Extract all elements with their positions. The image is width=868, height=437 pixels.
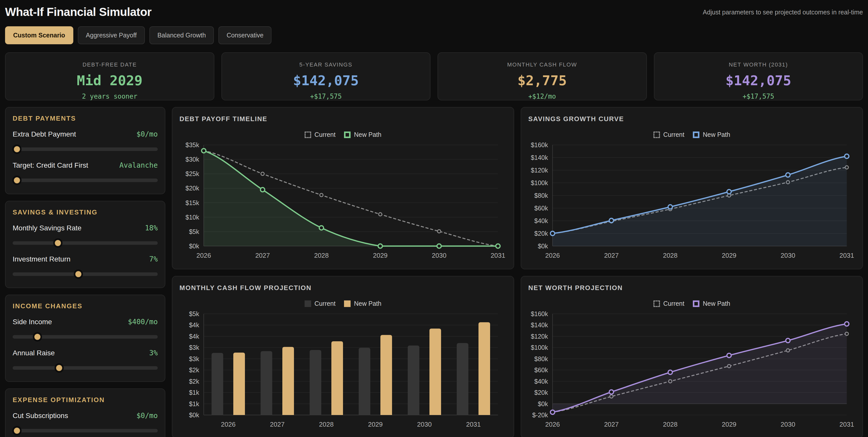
- slider-target-credit-card-first[interactable]: [13, 176, 158, 185]
- control-label: Monthly Savings Rate: [13, 224, 82, 232]
- slider-track[interactable]: [13, 147, 158, 151]
- svg-text:2026: 2026: [545, 252, 560, 259]
- svg-text:$1k: $1k: [189, 400, 199, 407]
- svg-text:$120k: $120k: [531, 167, 548, 174]
- legend-item-current[interactable]: Current: [653, 300, 684, 307]
- stat-label: MONTHLY CASH FLOW: [443, 61, 641, 68]
- slider-thumb[interactable]: [13, 176, 21, 185]
- legend-swatch-new-path-icon: [693, 132, 700, 138]
- control-extra-debt-payment: Extra Debt Payment$0/mo: [13, 130, 158, 138]
- svg-text:$2k: $2k: [189, 378, 199, 385]
- control-investment-return: Investment Return7%: [13, 255, 158, 263]
- legend-item-current[interactable]: Current: [305, 300, 335, 307]
- chart-debt-payoff: DEBT PAYOFF TIMELINECurrentNew Path$0k$5…: [172, 107, 514, 269]
- svg-text:2026: 2026: [196, 252, 211, 259]
- slider-thumb[interactable]: [55, 363, 63, 372]
- svg-text:$20k: $20k: [534, 230, 548, 237]
- chart-title: NET WORTH PROJECTION: [528, 284, 855, 292]
- slider-track[interactable]: [13, 429, 158, 432]
- scenario-tab-balanced-growth[interactable]: Balanced Growth: [149, 26, 214, 44]
- svg-text:2031: 2031: [491, 252, 505, 259]
- svg-text:$100k: $100k: [531, 344, 548, 351]
- legend-label: New Path: [354, 300, 381, 307]
- legend-label: New Path: [703, 131, 730, 138]
- slider-track[interactable]: [13, 179, 158, 182]
- svg-text:$0k: $0k: [189, 242, 199, 250]
- svg-text:$20k: $20k: [186, 185, 199, 192]
- legend-net-worth: CurrentNew Path: [528, 300, 855, 307]
- slider-track[interactable]: [13, 272, 158, 276]
- svg-text:2026: 2026: [545, 420, 560, 428]
- legend-item-new-path[interactable]: New Path: [344, 300, 381, 307]
- panel-title: SAVINGS & INVESTING: [13, 208, 158, 216]
- chart-title: MONTHLY CASH FLOW PROJECTION: [180, 284, 506, 292]
- slider-track[interactable]: [13, 366, 158, 370]
- slider-investment-return[interactable]: [13, 270, 158, 279]
- svg-text:2029: 2029: [373, 252, 388, 259]
- scenario-tab-conservative[interactable]: Conservative: [218, 26, 272, 44]
- chart-cash-flow: MONTHLY CASH FLOW PROJECTIONCurrentNew P…: [172, 276, 514, 437]
- legend-item-new-path[interactable]: New Path: [693, 300, 730, 307]
- chart-title: DEBT PAYOFF TIMELINE: [180, 115, 506, 123]
- stat-cards: DEBT-FREE DATEMid 20292 years sooner5-YE…: [5, 52, 863, 100]
- slider-extra-debt-payment[interactable]: [13, 145, 158, 153]
- legend-label: Current: [663, 131, 684, 138]
- svg-text:2029: 2029: [722, 252, 736, 259]
- svg-text:2029: 2029: [722, 420, 736, 428]
- svg-text:$4k: $4k: [189, 333, 199, 340]
- slider-thumb[interactable]: [33, 332, 42, 341]
- control-side-income: Side Income$400/mo: [13, 318, 158, 326]
- svg-text:$160k: $160k: [531, 141, 548, 148]
- legend-item-current[interactable]: Current: [305, 131, 335, 138]
- panel-income-changes: INCOME CHANGESSide Income$400/moAnnual R…: [5, 295, 165, 382]
- slider-thumb[interactable]: [13, 426, 21, 435]
- slider-track[interactable]: [13, 241, 158, 245]
- legend-swatch-new-path-icon: [344, 132, 350, 138]
- svg-text:$80k: $80k: [534, 355, 548, 362]
- panel-title: EXPENSE OPTIMIZATION: [13, 396, 158, 404]
- panel-savings-investing: SAVINGS & INVESTINGMonthly Savings Rate1…: [5, 201, 165, 288]
- slider-thumb[interactable]: [74, 270, 83, 279]
- svg-text:$120k: $120k: [531, 333, 548, 340]
- scenario-tab-custom-scenario[interactable]: Custom Scenario: [5, 26, 73, 44]
- svg-text:$4k: $4k: [189, 321, 199, 328]
- legend-swatch-current-icon: [653, 132, 660, 138]
- control-target-credit-card-first: Target: Credit Card FirstAvalanche: [13, 161, 158, 169]
- stat-label: 5-YEAR SAVINGS: [227, 61, 425, 68]
- stat-delta: 2 years sooner: [11, 92, 209, 100]
- scenario-tab-aggressive-payoff[interactable]: Aggressive Payoff: [78, 26, 145, 44]
- svg-text:$5k: $5k: [189, 228, 199, 235]
- slider-thumb[interactable]: [13, 145, 21, 153]
- charts-grid: DEBT PAYOFF TIMELINECurrentNew Path$0k$5…: [172, 107, 863, 437]
- slider-thumb[interactable]: [54, 239, 62, 247]
- svg-text:2029: 2029: [368, 420, 383, 428]
- legend-item-new-path[interactable]: New Path: [344, 131, 381, 138]
- legend-label: Current: [314, 300, 335, 307]
- control-label: Annual Raise: [13, 349, 55, 357]
- scenario-tabs: Custom ScenarioAggressive PayoffBalanced…: [5, 26, 863, 44]
- panel-debt-payments: DEBT PAYMENTSExtra Debt Payment$0/moTarg…: [5, 107, 165, 194]
- page-title: What-If Financial Simulator: [5, 5, 151, 19]
- control-value: 18%: [145, 224, 158, 232]
- legend-item-current[interactable]: Current: [653, 131, 684, 138]
- svg-text:$10k: $10k: [186, 214, 199, 221]
- svg-text:$100k: $100k: [531, 179, 548, 186]
- legend-item-new-path[interactable]: New Path: [693, 131, 730, 138]
- legend-debt-payoff: CurrentNew Path: [180, 131, 506, 138]
- svg-text:2027: 2027: [255, 252, 270, 259]
- slider-cut-subscriptions[interactable]: [13, 426, 158, 435]
- control-value: 7%: [149, 255, 158, 263]
- legend-swatch-current-icon: [305, 300, 311, 307]
- svg-text:$25k: $25k: [186, 170, 199, 177]
- svg-text:$0k: $0k: [189, 411, 199, 418]
- slider-side-income[interactable]: [13, 332, 158, 341]
- legend-label: Current: [663, 300, 684, 307]
- svg-text:2028: 2028: [319, 420, 334, 428]
- svg-text:$3k: $3k: [189, 344, 199, 351]
- control-monthly-savings-rate: Monthly Savings Rate18%: [13, 224, 158, 232]
- stat-value: Mid 2029: [11, 72, 209, 88]
- slider-monthly-savings-rate[interactable]: [13, 239, 158, 247]
- legend-swatch-current-icon: [305, 132, 311, 138]
- header: What-If Financial Simulator Adjust param…: [5, 3, 863, 19]
- slider-annual-raise[interactable]: [13, 363, 158, 372]
